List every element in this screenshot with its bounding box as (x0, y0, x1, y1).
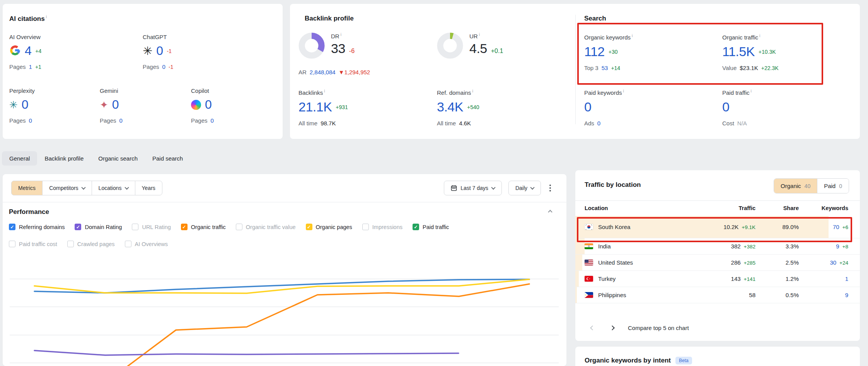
competitors-button[interactable]: Competitors (42, 181, 92, 195)
google-icon (9, 44, 21, 58)
ref-domains-delta: +540 (467, 104, 479, 110)
info-icon[interactable]: i (632, 34, 633, 38)
checkbox-impressions[interactable]: Impressions (362, 224, 402, 230)
years-button[interactable]: Years (135, 181, 162, 195)
checkbox-paid-traffic-cost[interactable]: Paid traffic cost (9, 241, 57, 247)
ai-overview-delta: +4 (35, 48, 41, 54)
top3-value[interactable]: 53 (602, 65, 608, 71)
top3-label: Top 3 (584, 65, 599, 71)
ref-domains-value[interactable]: 3.4K (437, 99, 463, 115)
gemini-value: 0 (112, 97, 119, 112)
checkbox-domain-rating[interactable]: ✓Domain Rating (75, 224, 122, 230)
ads-value[interactable]: 0 (597, 120, 600, 127)
info-icon[interactable]: i (472, 89, 473, 93)
ar-value[interactable]: 2,848,084 (310, 69, 336, 75)
keywords-value[interactable]: 1 (845, 275, 848, 282)
pages-value[interactable]: 0 (211, 117, 214, 124)
flag-tr-icon (585, 276, 593, 282)
performance-card: Metrics Competitors Locations Years Last… (3, 174, 566, 366)
checkbox-organic-pages[interactable]: ✓Organic pages (306, 224, 352, 230)
info-icon[interactable]: i (479, 32, 480, 37)
pages-value[interactable]: 0 (29, 117, 32, 124)
checkbox-referring-domains[interactable]: ✓Referring domains (9, 224, 65, 230)
granularity-button[interactable]: Daily (508, 181, 541, 195)
report-tabs: General Backlink profile Organic search … (2, 151, 190, 166)
pages-value[interactable]: 0 (119, 117, 123, 124)
traffic-row-turkey[interactable]: Turkey143+1411.2%1 (575, 271, 860, 287)
checked-checkbox-icon: ✓ (413, 224, 419, 230)
ref-domains-label: Ref. domainsi (437, 89, 479, 96)
organic-traffic-metric: Organic traffici 11.5K +10.3K Value $23.… (722, 34, 779, 71)
traffic-row-united-states[interactable]: United States286+2852.5%30+24 (575, 255, 860, 271)
checkbox-organic-traffic[interactable]: ✓Organic traffic (181, 224, 226, 230)
checkbox-paid-traffic[interactable]: ✓Paid traffic (413, 224, 449, 230)
flag-in-icon (585, 243, 593, 249)
paid-traffic-value[interactable]: 0 (722, 99, 729, 115)
keywords-value[interactable]: 9 (836, 243, 839, 250)
keywords-value[interactable]: 70 (833, 224, 839, 230)
keywords-value[interactable]: 30 (830, 259, 836, 266)
perplexity-metric: Perplexity ✳ 0 Pages 0 (9, 87, 35, 124)
organic-keywords-label: Organic keywordsi (584, 34, 633, 41)
backlinks-metric: Backlinksi 21.1K +931 All time 98.7K (298, 89, 348, 127)
flag-ph-icon (585, 292, 593, 298)
info-icon[interactable]: i (623, 89, 624, 93)
pages-label: Pages (191, 117, 208, 124)
dr-value: 33 (331, 41, 345, 56)
pages-delta: -1 (169, 64, 173, 70)
checkbox-url-rating[interactable]: URL Rating (132, 224, 171, 230)
chevron-down-icon (491, 185, 495, 190)
traffic-row-india[interactable]: India382+3823.3%9+8 (575, 238, 860, 255)
share-bar (575, 271, 579, 287)
previous-page-icon[interactable] (588, 322, 597, 334)
tab-general[interactable]: General (2, 151, 37, 166)
organic-traffic-value[interactable]: 11.5K (722, 44, 755, 59)
toggle-organic[interactable]: Organic40 (774, 179, 817, 193)
flag-us-icon (585, 260, 593, 265)
locations-button[interactable]: Locations (92, 181, 135, 195)
tab-backlink-profile[interactable]: Backlink profile (37, 151, 91, 166)
info-icon[interactable]: i (324, 89, 325, 93)
backlinks-value[interactable]: 21.1K (298, 99, 332, 115)
ur-donut-chart (437, 32, 463, 59)
keywords-value[interactable]: 9 (845, 292, 848, 298)
info-icon[interactable]: i (341, 32, 341, 37)
more-options-icon[interactable] (548, 182, 553, 194)
column-location: Location (585, 205, 697, 211)
ar-label: AR (298, 69, 307, 75)
pages-value[interactable]: 1 (29, 63, 32, 70)
checkbox-organic-traffic-value[interactable]: Organic traffic value (236, 224, 296, 230)
tab-paid-search[interactable]: Paid search (145, 151, 190, 166)
performance-line-chart[interactable] (3, 251, 566, 366)
backlink-search-card: Backlink profile DRi 33 -6 AR 2,848,084 … (290, 4, 860, 139)
tab-organic-search[interactable]: Organic search (91, 151, 145, 166)
traffic-row-south-korea[interactable]: South Korea10.2K+9.1K89.0%70+6 (575, 216, 860, 238)
collapse-icon[interactable] (548, 210, 552, 214)
location-name: Philippines (598, 292, 626, 298)
gemini-metric: Gemini ✦ 0 Pages 0 (100, 87, 123, 124)
toggle-paid[interactable]: Paid0 (817, 179, 849, 193)
checkbox-ai-overviews[interactable]: AI Overviews (125, 241, 168, 247)
info-icon[interactable]: i (759, 34, 760, 38)
ai-overview-label: AI Overview (9, 34, 41, 40)
traffic-value: 286 (731, 259, 741, 266)
pages-value[interactable]: 0 (162, 63, 165, 70)
compare-top5-link[interactable]: Compare top 5 on chart (628, 325, 689, 331)
traffic-by-location-card: Traffic by location Organic40 Paid0 Loca… (575, 170, 860, 341)
top3-delta: +14 (611, 65, 620, 71)
date-range-button[interactable]: Last 7 days (444, 181, 502, 195)
info-icon[interactable]: i (751, 89, 752, 93)
info-icon[interactable]: i (46, 15, 47, 19)
metrics-button[interactable]: Metrics (11, 181, 43, 195)
traffic-by-location-title: Traffic by location (585, 181, 641, 189)
organic-keywords-value[interactable]: 112 (584, 44, 605, 59)
value-delta: +22.3K (761, 65, 779, 71)
traffic-row-philippines[interactable]: Philippines580.5%9 (575, 287, 860, 303)
paid-keywords-value[interactable]: 0 (584, 99, 591, 115)
pages-label: Pages (143, 63, 159, 70)
next-page-icon[interactable] (608, 322, 616, 334)
ar-delta: ▼1,294,952 (339, 69, 370, 75)
checkbox-crawled-pages[interactable]: Crawled pages (67, 241, 115, 247)
perplexity-value: 0 (22, 97, 28, 112)
gemini-label: Gemini (100, 87, 123, 94)
